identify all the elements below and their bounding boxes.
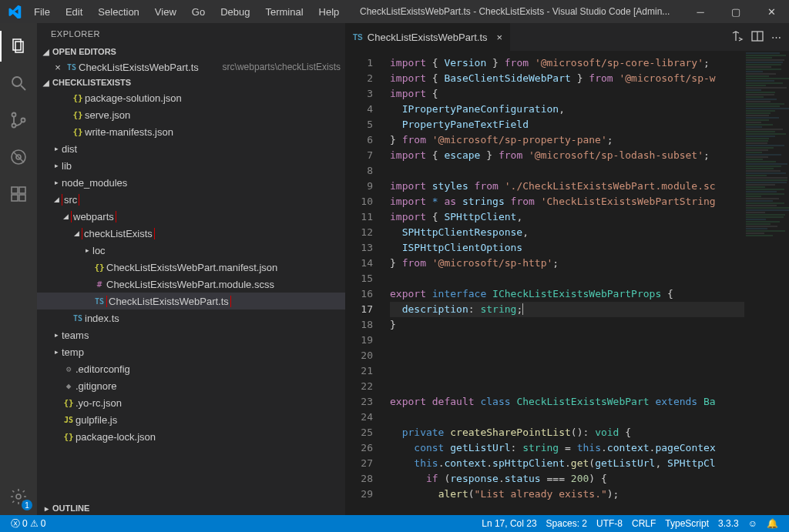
- tree-item[interactable]: {}write-manifests.json: [37, 123, 345, 140]
- tree-label: package-solution.json: [85, 92, 341, 104]
- editor-tab[interactable]: TS CheckListExistsWebPart.ts ×: [345, 23, 511, 51]
- file-icon: ◆: [62, 381, 76, 391]
- search-icon[interactable]: [0, 65, 37, 102]
- split-editor-icon[interactable]: [751, 30, 764, 45]
- tree-label: .gitignore: [76, 380, 341, 392]
- explorer-icon[interactable]: [0, 28, 37, 65]
- tree-item[interactable]: ▸teams: [37, 326, 345, 343]
- tree-label: CheckListExistsWebPart.ts: [106, 296, 341, 307]
- typescript-file-icon: TS: [353, 33, 363, 42]
- menu-item-go[interactable]: Go: [184, 2, 213, 22]
- close-icon[interactable]: ×: [51, 62, 65, 73]
- sidebar: EXPLORER ◢ OPEN EDITORS × TS CheckListEx…: [37, 23, 345, 515]
- tree-item[interactable]: {}serve.json: [37, 106, 345, 123]
- feedback-icon[interactable]: ☺: [744, 518, 762, 529]
- tree-item[interactable]: ◢checkListExists: [37, 225, 345, 242]
- svg-point-14: [16, 494, 21, 499]
- project-header[interactable]: ◢ CHECKLISTEXISTS: [37, 75, 345, 89]
- code-content[interactable]: import { Version } from '@microsoft/sp-c…: [384, 51, 744, 515]
- close-icon[interactable]: ×: [497, 32, 503, 43]
- more-icon[interactable]: ⋯: [771, 32, 781, 43]
- outline-header[interactable]: ▸ OUTLINE: [37, 501, 345, 515]
- status-cursor-position[interactable]: Ln 17, Col 23: [477, 518, 541, 529]
- tree-item[interactable]: {}.yo-rc.json: [37, 394, 345, 411]
- status-indentation[interactable]: Spaces: 2: [542, 518, 592, 529]
- tree-label: .editorconfig: [76, 363, 341, 375]
- chevron-right-icon: ▸: [82, 246, 92, 254]
- settings-icon[interactable]: 1: [0, 478, 37, 515]
- file-tree: {}package-solution.json{}serve.json{}wri…: [37, 89, 345, 501]
- menu-item-view[interactable]: View: [147, 2, 184, 22]
- tree-item[interactable]: ▸lib: [37, 157, 345, 174]
- status-ts-version[interactable]: 3.3.3: [713, 518, 744, 529]
- settings-badge: 1: [22, 500, 32, 510]
- tree-item[interactable]: ◢webparts: [37, 208, 345, 225]
- tree-label: gulpfile.js: [76, 414, 341, 426]
- open-editors-header[interactable]: ◢ OPEN EDITORS: [37, 45, 345, 59]
- tree-label: teams: [62, 330, 341, 341]
- vscode-logo-icon: [3, 0, 26, 23]
- maximize-button[interactable]: ▢: [718, 0, 754, 23]
- tree-label: lib: [62, 160, 341, 172]
- notifications-icon[interactable]: 🔔: [762, 518, 783, 529]
- open-editor-item[interactable]: × TS CheckListExistsWebPart.ts src\webpa…: [37, 59, 345, 75]
- chevron-right-icon: ▸: [51, 145, 62, 152]
- tree-item[interactable]: ◢src: [37, 191, 345, 208]
- extensions-icon[interactable]: [0, 176, 37, 212]
- tree-item[interactable]: ▸node_modules: [37, 174, 345, 191]
- line-numbers: 1234567891011121314151617181920212223242…: [345, 51, 384, 515]
- tree-item[interactable]: ▸dist: [37, 140, 345, 157]
- source-control-icon[interactable]: [0, 102, 37, 139]
- close-button[interactable]: ✕: [754, 0, 789, 23]
- chevron-down-icon: ◢: [71, 229, 82, 237]
- status-language[interactable]: TypeScript: [660, 518, 713, 529]
- file-icon: {}: [71, 110, 85, 120]
- menu-item-terminal[interactable]: Terminal: [257, 2, 311, 22]
- svg-rect-11: [12, 195, 18, 201]
- chevron-down-icon: ◢: [60, 212, 71, 220]
- menu-item-debug[interactable]: Debug: [213, 2, 257, 22]
- file-icon: TS: [92, 297, 106, 306]
- tree-item[interactable]: {}package-lock.json: [37, 428, 345, 445]
- tree-label: temp: [62, 346, 341, 358]
- tree-item[interactable]: #CheckListExistsWebPart.module.scss: [37, 276, 345, 293]
- tree-item[interactable]: ▸loc: [37, 242, 345, 259]
- file-icon: JS: [62, 416, 76, 424]
- tree-item[interactable]: {}CheckListExistsWebPart.manifest.json: [37, 259, 345, 276]
- chevron-down-icon: ◢: [40, 79, 52, 87]
- file-icon: {}: [62, 398, 76, 408]
- status-errors[interactable]: ⓧ0 ⚠0: [6, 517, 50, 530]
- menu-item-edit[interactable]: Edit: [58, 2, 90, 22]
- file-icon: {}: [71, 93, 85, 103]
- svg-rect-12: [19, 195, 25, 201]
- code-area[interactable]: 1234567891011121314151617181920212223242…: [345, 51, 789, 515]
- tree-item[interactable]: JSgulpfile.js: [37, 411, 345, 428]
- file-icon: {}: [62, 432, 76, 442]
- minimap[interactable]: [744, 51, 789, 515]
- svg-rect-10: [12, 187, 18, 193]
- status-encoding[interactable]: UTF-8: [592, 518, 627, 529]
- menu-item-help[interactable]: Help: [311, 2, 347, 22]
- tree-label: CheckListExistsWebPart.manifest.json: [106, 262, 341, 273]
- tree-item[interactable]: TSCheckListExistsWebPart.ts: [37, 293, 345, 309]
- tree-label: CheckListExistsWebPart.module.scss: [106, 279, 341, 290]
- tree-item[interactable]: {}package-solution.json: [37, 89, 345, 106]
- warning-icon: ⚠: [30, 518, 39, 529]
- chevron-right-icon: ▸: [51, 162, 62, 169]
- tree-item[interactable]: ⚙.editorconfig: [37, 360, 345, 377]
- status-eol[interactable]: CRLF: [627, 518, 660, 529]
- editor: TS CheckListExistsWebPart.ts × ⋯ 1234567…: [345, 23, 789, 515]
- tree-label: package-lock.json: [76, 431, 341, 443]
- tree-label: src: [62, 194, 341, 206]
- minimize-button[interactable]: ─: [683, 0, 718, 23]
- tree-item[interactable]: ▸temp: [37, 343, 345, 360]
- compare-icon[interactable]: [731, 30, 744, 45]
- debug-icon[interactable]: [0, 139, 37, 176]
- menu-item-selection[interactable]: Selection: [90, 2, 146, 22]
- tree-item[interactable]: TSindex.ts: [37, 309, 345, 326]
- tree-label: loc: [92, 245, 341, 256]
- tree-label: index.ts: [85, 313, 341, 324]
- svg-point-2: [12, 77, 22, 86]
- menu-item-file[interactable]: File: [26, 2, 58, 22]
- tree-item[interactable]: ◆.gitignore: [37, 377, 345, 394]
